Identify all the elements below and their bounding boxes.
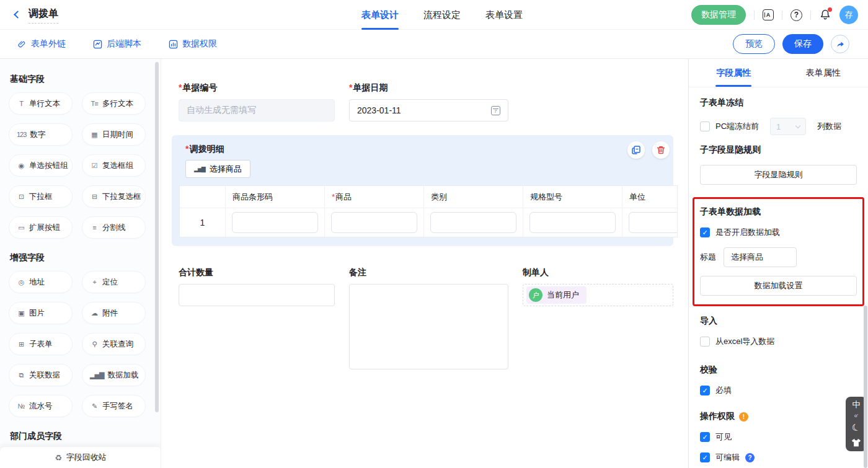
- cell-input-barcode[interactable]: [232, 212, 318, 233]
- creator-field[interactable]: 户 当前用户: [523, 284, 673, 306]
- data-permission[interactable]: 数据权限: [169, 38, 217, 50]
- palette-item-checkbox-group[interactable]: ☑复选框组: [82, 154, 146, 177]
- palette-item-address[interactable]: ◎地址: [9, 271, 73, 293]
- save-button[interactable]: 保存: [782, 34, 823, 54]
- doc-no-input[interactable]: 自动生成无需填写: [179, 99, 335, 121]
- serial-number-icon: №: [17, 402, 25, 410]
- page-scrollbar[interactable]: [864, 306, 867, 468]
- column-header-barcode: 商品条形码: [226, 186, 325, 208]
- tab-flow-setting[interactable]: 流程设定: [423, 0, 461, 30]
- palette-item-location[interactable]: ⌖定位: [82, 271, 146, 293]
- freeze-checkbox[interactable]: [700, 121, 710, 131]
- field-total-qty[interactable]: 合计数量: [179, 267, 335, 369]
- cell-unit: [622, 208, 678, 237]
- calendar-icon: [491, 106, 500, 115]
- contacts-icon[interactable]: A: [763, 9, 774, 20]
- data-manage-button[interactable]: 数据管理: [691, 5, 746, 25]
- palette-item-select[interactable]: ⊡下拉框: [9, 185, 73, 208]
- enable-data-load-checkbox[interactable]: ✓: [700, 227, 710, 237]
- share-icon[interactable]: [831, 35, 849, 53]
- data-load-settings-button[interactable]: 数据加载设置: [700, 276, 857, 296]
- checkbox-group-icon: ☑: [90, 162, 99, 170]
- avatar[interactable]: 存: [839, 6, 858, 24]
- column-header-spec: 规格型号: [523, 186, 622, 208]
- field-doc-date[interactable]: *单据日期 2023-01-11: [349, 82, 508, 121]
- help-icon[interactable]: ?: [745, 453, 755, 462]
- current-user-tag: 户 当前用户: [526, 286, 587, 304]
- palette-item-signature[interactable]: ✎手写签名: [82, 395, 146, 417]
- palette-item-extend-button[interactable]: ▭扩展按钮: [9, 216, 73, 239]
- cell-input-category[interactable]: [430, 212, 516, 233]
- required-checkbox[interactable]: ✓: [700, 386, 710, 395]
- permission-checkbox-1[interactable]: ✓: [700, 453, 710, 462]
- divider: [810, 11, 811, 20]
- excel-import-checkbox[interactable]: [700, 337, 710, 347]
- permission-checkbox-0[interactable]: ✓: [700, 432, 710, 442]
- tab-form-design[interactable]: 表单设计: [361, 0, 399, 30]
- remark-textarea[interactable]: [349, 284, 508, 369]
- form-external-link[interactable]: 表单外链: [17, 38, 66, 50]
- dark-mode-moon-icon[interactable]: ☾: [851, 422, 862, 435]
- palette-item-image[interactable]: ▣图片: [9, 302, 73, 324]
- tab-form-setting[interactable]: 表单设置: [485, 0, 523, 30]
- cell-input-product[interactable]: [331, 212, 417, 233]
- page-title[interactable]: 调拨单: [29, 7, 58, 24]
- attachment-icon: ☁: [90, 309, 99, 317]
- total-qty-input[interactable]: [179, 284, 335, 306]
- palette-item-attachment[interactable]: ☁附件: [82, 302, 146, 324]
- palette-section-title: 增强字段: [10, 252, 153, 263]
- palette-item-data-load[interactable]: ▂▅▇数据加载: [82, 364, 146, 386]
- subform-icon: ⊞: [17, 340, 25, 348]
- notification-bell-icon[interactable]: [819, 9, 831, 21]
- location-icon: ⌖: [90, 278, 99, 286]
- cell-input-spec[interactable]: [529, 212, 616, 233]
- palette-item-serial-number[interactable]: №流水号: [9, 395, 73, 417]
- palette-item-single-line-text[interactable]: T单行文本: [9, 92, 73, 115]
- tab-field-properties[interactable]: 字段属性: [689, 59, 779, 87]
- required-mark: *: [185, 144, 188, 154]
- language-icon[interactable]: 中: [852, 401, 861, 408]
- permission-row-1: ✓可编辑?: [700, 452, 857, 463]
- palette-item-linked-data[interactable]: ⧉关联数据: [9, 364, 73, 386]
- preview-button[interactable]: 预览: [733, 34, 775, 54]
- palette-item-multi-line-text[interactable]: T≡多行文本: [82, 92, 146, 115]
- form-canvas[interactable]: *单据编号 自动生成无需填写 *单据日期 2023-01-11 *调拨明细 ▂▅…: [161, 59, 688, 468]
- sidebar-sections: 基础字段T单行文本T≡多行文本123数字▦日期时间◉单选按钮组☑复选框组⊡下拉框…: [0, 59, 161, 468]
- palette-item-datetime[interactable]: ▦日期时间: [82, 123, 146, 146]
- delete-icon[interactable]: [652, 141, 670, 159]
- palette-item-divider[interactable]: ≡分割线: [82, 216, 146, 239]
- permissions-title: 操作权限 !: [700, 411, 857, 422]
- divider: [782, 11, 782, 20]
- field-remark[interactable]: 备注: [349, 267, 508, 369]
- divider: [754, 11, 755, 20]
- permissions-list: ✓可见✓可编辑?✓可新增记录✓可编辑已有记录: [700, 431, 857, 468]
- field-recycle-bin[interactable]: ♻ 字段回收站: [0, 446, 161, 468]
- permission-row-0: ✓可见: [700, 431, 857, 443]
- field-creator[interactable]: 制单人 户 当前用户: [523, 267, 673, 369]
- copy-icon[interactable]: [627, 141, 645, 159]
- palette-item-subform[interactable]: ⊞子表单: [9, 333, 73, 355]
- script-icon: [93, 40, 102, 49]
- subform-label: 调拨明细: [189, 144, 224, 154]
- field-doc-no[interactable]: *单据编号 自动生成无需填写: [179, 82, 335, 121]
- lookup-query-icon: ⚲: [90, 340, 99, 348]
- backend-script[interactable]: 后端脚本: [93, 38, 141, 50]
- sidebar-scrollbar[interactable]: [155, 62, 159, 412]
- select-product-button[interactable]: ▂▅▇ 选择商品: [185, 160, 250, 178]
- palette-item-radio-group[interactable]: ◉单选按钮组: [9, 154, 73, 177]
- help-icon[interactable]: ?: [790, 9, 802, 21]
- cell-input-unit[interactable]: [629, 212, 678, 233]
- data-load-title-input[interactable]: 选择商品: [724, 247, 797, 267]
- palette-item-number[interactable]: 123数字: [9, 123, 73, 146]
- freeze-columns-select[interactable]: 1: [770, 118, 806, 135]
- tab-form-properties[interactable]: 表单属性: [779, 59, 868, 87]
- theme-shirt-icon[interactable]: [851, 438, 861, 447]
- palette-item-multi-select[interactable]: ⊟下拉复选框: [82, 185, 146, 208]
- palette-item-lookup-query[interactable]: ⚲关联查询: [82, 333, 146, 355]
- column-header-product: *商品: [325, 186, 424, 208]
- back-icon[interactable]: [14, 11, 22, 19]
- subform-section[interactable]: *调拨明细 ▂▅▇ 选择商品 商品条形码*商品类别规格型号单位 1: [172, 135, 673, 246]
- field-visibility-rules-button[interactable]: 字段显隐规则: [700, 165, 857, 185]
- doc-date-input[interactable]: 2023-01-11: [349, 99, 508, 121]
- radio-group-icon: ◉: [17, 162, 25, 170]
